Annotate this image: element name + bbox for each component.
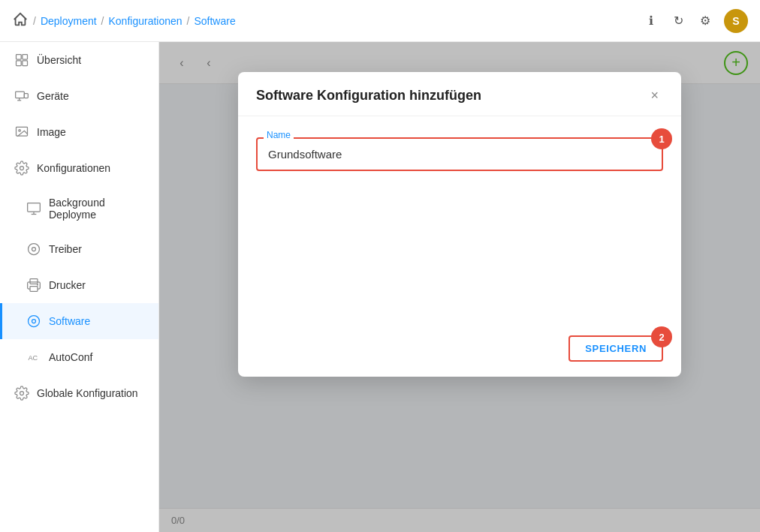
- image-icon: [14, 125, 29, 140]
- svg-rect-2: [17, 61, 22, 66]
- svg-rect-4: [16, 92, 25, 98]
- gear-icon[interactable]: ⚙: [697, 13, 713, 29]
- dialog-header: Software Konfiguration hinzufügen ×: [238, 72, 681, 116]
- sidebar-item-background-deployment[interactable]: Background Deployme: [0, 186, 158, 231]
- sidebar-label-gerate: Geräte: [37, 90, 69, 102]
- step-1-badge: 1: [651, 128, 672, 149]
- content-area: ‹ ‹ + Software Konfiguration hinzufügen …: [159, 42, 760, 532]
- svg-point-14: [29, 244, 40, 255]
- dialog-footer: 2 SPEICHERN: [238, 326, 681, 377]
- breadcrumb-area: / Deployment / Konfigurationen / Softwar…: [12, 11, 643, 31]
- sidebar-label-ubersicht: Übersicht: [37, 54, 81, 66]
- avatar[interactable]: S: [724, 9, 748, 33]
- topbar: / Deployment / Konfigurationen / Softwar…: [0, 0, 760, 42]
- refresh-icon[interactable]: ↻: [670, 13, 686, 29]
- svg-rect-8: [17, 127, 28, 136]
- info-icon[interactable]: ℹ: [643, 13, 659, 29]
- svg-rect-1: [23, 55, 28, 60]
- svg-rect-5: [24, 94, 28, 98]
- svg-rect-3: [23, 61, 28, 66]
- sidebar: Übersicht Geräte Image: [0, 42, 159, 532]
- svg-rect-16: [30, 279, 38, 284]
- sidebar-item-drucker[interactable]: Drucker: [0, 267, 158, 303]
- svg-rect-11: [28, 203, 41, 212]
- sidebar-label-drucker: Drucker: [49, 279, 86, 291]
- sidebar-item-software[interactable]: Software: [0, 303, 158, 339]
- svg-point-22: [20, 392, 24, 395]
- bg-deploy-icon: [26, 201, 41, 216]
- step-2-badge: 2: [651, 326, 672, 347]
- name-label: Name: [264, 130, 294, 140]
- sidebar-label-globale-konfiguration: Globale Konfiguration: [37, 387, 138, 399]
- modal-overlay: Software Konfiguration hinzufügen × 1 Na…: [159, 42, 760, 532]
- sidebar-label-treiber: Treiber: [49, 243, 82, 255]
- save-button[interactable]: SPEICHERN: [568, 335, 663, 362]
- config-icon: [14, 161, 29, 176]
- home-icon[interactable]: [12, 11, 29, 31]
- sidebar-item-konfigurationen[interactable]: Konfigurationen: [0, 150, 158, 186]
- sidebar-item-ubersicht[interactable]: Übersicht: [0, 42, 158, 78]
- topbar-right: ℹ ↻ ⚙ S: [643, 9, 748, 33]
- overview-icon: [14, 53, 29, 68]
- sidebar-label-bg-deployment: Background Deployme: [49, 197, 146, 221]
- dialog-close-button[interactable]: ×: [646, 87, 663, 104]
- sidebar-label-konfigurationen: Konfigurationen: [37, 162, 110, 174]
- sidebar-item-image[interactable]: Image: [0, 114, 158, 150]
- breadcrumb-sep-2: /: [101, 15, 104, 27]
- autoconf-icon: AC: [26, 350, 41, 365]
- sidebar-label-autoconf: AutoConf: [49, 351, 92, 363]
- global-config-icon: [14, 386, 29, 401]
- breadcrumb-deployment[interactable]: Deployment: [41, 15, 97, 27]
- svg-text:AC: AC: [29, 354, 38, 362]
- sidebar-item-treiber[interactable]: Treiber: [0, 231, 158, 267]
- svg-point-15: [32, 248, 36, 251]
- sidebar-item-gerate[interactable]: Geräte: [0, 78, 158, 114]
- svg-point-9: [19, 130, 20, 132]
- main-layout: Übersicht Geräte Image: [0, 42, 760, 532]
- name-field-wrapper: 1 Name: [256, 137, 663, 171]
- svg-rect-0: [17, 55, 22, 60]
- dialog-body: 1 Name: [238, 116, 681, 326]
- sidebar-label-software: Software: [49, 315, 90, 327]
- software-icon: [26, 314, 41, 329]
- breadcrumb-konfigurationen[interactable]: Konfigurationen: [108, 15, 182, 27]
- breadcrumb-software[interactable]: Software: [194, 15, 235, 27]
- sidebar-item-autoconf[interactable]: AC AutoConf: [0, 339, 158, 375]
- breadcrumb-sep-3: /: [187, 15, 190, 27]
- devices-icon: [14, 89, 29, 104]
- name-input[interactable]: [256, 137, 663, 171]
- svg-rect-17: [30, 287, 38, 292]
- printer-icon: [26, 278, 41, 293]
- breadcrumb-sep-1: /: [33, 15, 36, 27]
- save-button-wrapper: 2 SPEICHERN: [568, 335, 663, 362]
- sidebar-item-globale-konfiguration[interactable]: Globale Konfiguration: [0, 375, 158, 411]
- svg-point-20: [32, 320, 36, 323]
- sidebar-label-image: Image: [37, 126, 66, 138]
- dialog: Software Konfiguration hinzufügen × 1 Na…: [238, 72, 681, 377]
- svg-point-19: [29, 316, 40, 327]
- svg-point-10: [20, 167, 24, 170]
- driver-icon: [26, 242, 41, 257]
- dialog-title: Software Konfiguration hinzufügen: [256, 88, 481, 104]
- svg-point-18: [38, 284, 38, 285]
